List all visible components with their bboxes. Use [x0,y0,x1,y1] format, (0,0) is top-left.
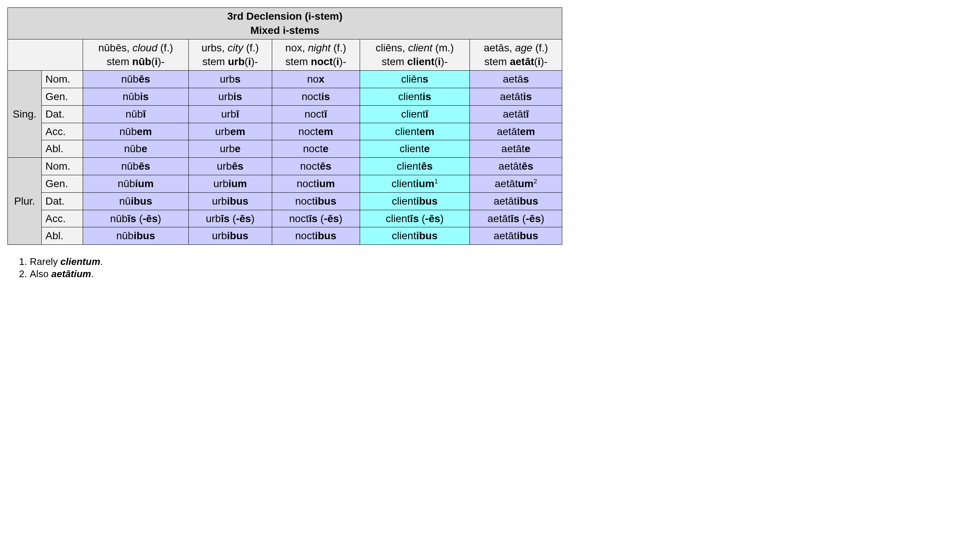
form-cell: aetātem [470,123,562,140]
ending-part: e [525,143,531,154]
stem-part: client [398,91,422,102]
ending-part: ī [143,108,146,120]
gender: (m.) [435,42,454,54]
stem-part: nūb [110,213,128,224]
stem-part: nūb [119,126,137,137]
stem-part: noct [295,195,315,207]
footnote-list: Rarely clientum.Also aetātium. [19,256,972,280]
form-cell: aetātibus [470,227,562,245]
ending-part: ibus [315,195,337,207]
stem-part: client [392,178,416,189]
stem-part: urb [221,108,236,120]
footnote-pre: Rarely [30,256,60,267]
form-cell: urbium [188,175,272,192]
ending-part: e [323,143,329,154]
form-cell: noctibus [272,227,360,245]
stem-part: nūb [121,160,138,172]
alt-close: ) [251,213,254,224]
ending-part: em [520,126,535,137]
stem-part: nū [119,195,131,207]
alt-open: ( [419,213,425,224]
ending-part: ium [228,178,247,189]
stem: client [407,56,434,67]
form-cell: noctibus [272,192,360,210]
ending-part: ibus [416,230,438,241]
ending-part: is [423,91,431,102]
stem-label: stem [202,56,228,67]
table-title: 3rd Declension (i-stem) Mixed i-stems [8,8,562,40]
alt-close: ) [541,213,544,224]
alt-open: ( [136,213,143,224]
stem-part: client [397,160,421,172]
stem-part: aetāt [499,160,522,172]
alt-ending: -ēs [526,213,541,224]
header-blank [8,39,83,71]
ending-part: ibus [315,230,337,241]
stem: nūb [132,56,151,67]
column-header: aetās, age (f.)stem aetāt(i)- [470,39,562,71]
stem-paren-close: )- [339,56,346,67]
gloss: city [228,42,243,54]
stem: noct [311,56,333,67]
title-row: 3rd Declension (i-stem) Mixed i-stems [8,8,562,40]
case-label: Acc. [42,210,83,227]
ending-part: em [137,126,151,137]
ending-part: em [419,126,434,137]
ending-part: s [523,73,529,85]
form-cell: urbe [188,140,272,158]
case-label: Abl. [42,227,83,245]
ending-part: is [523,91,532,102]
stem-part: noct [297,178,317,189]
ending-part: ium [317,178,335,189]
alt-open: ( [318,213,324,224]
headword: urbs, [201,42,224,54]
form-cell: nūbium [83,175,189,192]
form-cell: clientibus [360,192,470,210]
alt-ending: -ēs [425,213,440,224]
form-cell: clientī [360,105,470,123]
form-cell: nūibus [83,192,189,210]
stem-part: noct [300,160,320,172]
form-cell: clientēs [360,158,470,175]
alt-open: ( [519,213,526,224]
form-cell: noctī [272,105,360,123]
stem-part: urb [220,73,235,85]
form-cell: urbem [188,123,272,140]
table-row: Sing.Nom.nūbēsurbsnoxcliēnsaetās [8,71,562,88]
stem: urb [228,56,245,67]
ending-part: ibus [517,195,538,207]
footnote-marker: 2 [534,178,537,185]
form-cell: cliēns [360,71,470,88]
gender: (f.) [161,42,173,54]
stem-part: urb [212,230,227,241]
form-cell: nūbem [83,123,189,140]
headword: aetās, [484,42,512,54]
ending-part: is [234,91,242,102]
case-label: Nom. [42,158,83,175]
ending-part: em [318,126,333,137]
form-cell: clientis [360,88,470,105]
form-cell: urbīs (-ēs) [188,210,272,227]
ending-part: ibus [134,230,155,241]
stem-paren-close: )- [541,56,548,67]
ending-part: x [319,73,325,85]
form-cell: aetātibus [470,192,562,210]
stem-label: stem [382,56,407,67]
stem-paren-close: )- [158,56,165,67]
declension-table: 3rd Declension (i-stem) Mixed i-stems nū… [8,8,562,245]
header-row: nūbēs, cloud (f.)stem nūb(i)-urbs, city … [8,39,562,71]
ending-part: ibus [131,195,152,207]
ending-part: is [321,91,330,102]
ending-part: īs [511,213,519,224]
column-header: nūbēs, cloud (f.)stem nūb(i)- [83,39,189,71]
form-cell: nūbibus [83,227,189,245]
form-cell: noctis [272,88,360,105]
form-cell: clientem [360,123,470,140]
alt-close: ) [339,213,342,224]
stem-part: client [392,195,416,207]
stem-i: i [538,56,541,67]
stem-part: urb [218,91,233,102]
column-header: cliēns, client (m.)stem client(i)- [360,39,470,71]
form-cell: noctem [272,123,360,140]
footnote-post: . [91,268,94,279]
